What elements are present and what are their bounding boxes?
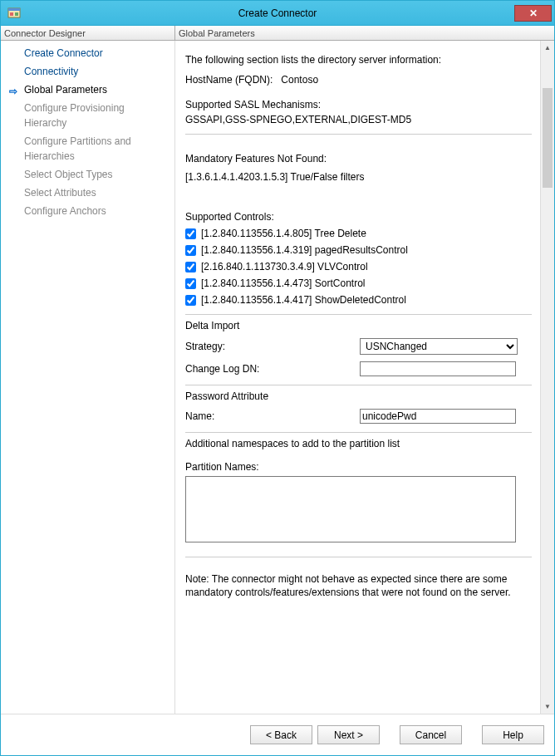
nav-select-attributes[interactable]: Select Attributes xyxy=(1,184,174,202)
scroll-down-button[interactable]: ▼ xyxy=(541,700,554,714)
svg-rect-1 xyxy=(8,8,20,11)
strategy-select[interactable]: USNChanged xyxy=(360,338,518,355)
content-panel: The following section lists the director… xyxy=(175,41,540,714)
partition-label: Partition Names: xyxy=(185,461,532,473)
control-checkbox[interactable] xyxy=(185,295,196,306)
scroll-track[interactable] xyxy=(541,55,554,700)
control-checkbox[interactable] xyxy=(185,245,196,256)
controls-label: Supported Controls: xyxy=(185,211,532,223)
content-wrap: The following section lists the director… xyxy=(175,41,554,714)
nav-create-connector[interactable]: Create Connector xyxy=(1,44,174,62)
password-attr-heading: Password Attribute xyxy=(185,390,532,402)
main-area: Create Connector Connectivity ⇨ Global P… xyxy=(1,41,554,714)
control-label: [1.2.840.113556.1.4.319] pagedResultsCon… xyxy=(201,244,408,256)
nav-label: Connectivity xyxy=(24,66,78,77)
chevron-down-icon: ▼ xyxy=(544,703,551,710)
hostname-row: HostName (FQDN): Contoso xyxy=(185,74,532,86)
control-label: [1.2.840.113556.1.4.417] ShowDeletedCont… xyxy=(201,294,406,306)
partition-textarea[interactable] xyxy=(185,476,516,542)
titlebar: Create Connector ✕ xyxy=(1,1,554,26)
pwd-name-label: Name: xyxy=(185,410,360,422)
changelog-label: Change Log DN: xyxy=(185,363,360,375)
nav-label: Global Parameters xyxy=(24,84,107,96)
nav-configure-partitions[interactable]: Configure Partitions and Hierarchies xyxy=(1,132,174,165)
cancel-button[interactable]: Cancel xyxy=(400,725,462,744)
control-show-deleted: [1.2.840.113556.1.4.417] ShowDeletedCont… xyxy=(185,294,532,306)
scroll-up-button[interactable]: ▲ xyxy=(541,41,554,55)
strategy-row: Strategy: USNChanged xyxy=(185,338,532,355)
pwd-name-row: Name: xyxy=(185,409,532,424)
changelog-input[interactable] xyxy=(360,361,516,376)
control-label: [1.2.840.113556.1.4.473] SortControl xyxy=(201,277,365,289)
nav-label: Create Connector xyxy=(24,47,103,59)
nav-label: Configure Partitions and Hierarchies xyxy=(24,135,131,162)
pwd-name-input[interactable] xyxy=(360,409,516,424)
nav-configure-anchors[interactable]: Configure Anchors xyxy=(1,202,174,220)
nav-label: Select Attributes xyxy=(24,187,96,199)
mandatory-value: [1.3.6.1.4.1.4203.1.5.3] True/False filt… xyxy=(185,171,532,183)
nav-label: Configure Provisioning Hierarchy xyxy=(24,102,125,129)
left-column-header: Connector Designer xyxy=(1,26,175,40)
next-button[interactable]: Next > xyxy=(317,725,380,744)
nav-global-parameters[interactable]: ⇨ Global Parameters xyxy=(1,81,174,99)
divider xyxy=(185,314,532,315)
back-button[interactable]: < Back xyxy=(250,725,312,744)
nav-label: Select Object Types xyxy=(24,169,113,180)
close-icon: ✕ xyxy=(529,7,538,19)
sidebar: Create Connector Connectivity ⇨ Global P… xyxy=(1,41,175,714)
current-arrow-icon: ⇨ xyxy=(9,84,17,99)
hostname-label: HostName (FQDN): xyxy=(185,74,273,86)
control-vlv: [2.16.840.1.113730.3.4.9] VLVControl xyxy=(185,261,532,272)
nav-configure-provisioning[interactable]: Configure Provisioning Hierarchy xyxy=(1,99,174,132)
svg-rect-3 xyxy=(15,12,18,16)
divider xyxy=(185,134,532,135)
scroll-thumb[interactable] xyxy=(543,88,553,188)
delta-import-heading: Delta Import xyxy=(185,320,532,331)
nav-connectivity[interactable]: Connectivity xyxy=(1,62,174,81)
warning-note: Note: The connector might not behave as … xyxy=(185,572,532,599)
nav-select-object-types[interactable]: Select Object Types xyxy=(1,165,174,184)
intro-text: The following section lists the director… xyxy=(185,54,532,66)
control-paged-results: [1.2.840.113556.1.4.319] pagedResultsCon… xyxy=(185,244,532,256)
right-column-header: Global Parameters xyxy=(175,26,554,40)
mandatory-label: Mandatory Features Not Found: xyxy=(185,153,532,164)
control-label: [2.16.840.1.113730.3.4.9] VLVControl xyxy=(201,261,368,272)
divider xyxy=(185,432,532,433)
control-tree-delete: [1.2.840.113556.1.4.805] Tree Delete xyxy=(185,228,532,239)
sasl-value: GSSAPI,GSS-SPNEGO,EXTERNAL,DIGEST-MD5 xyxy=(185,114,532,125)
namespaces-label: Additional namespaces to add to the part… xyxy=(185,438,532,449)
vertical-scrollbar[interactable]: ▲ ▼ xyxy=(540,41,554,714)
sasl-label: Supported SASL Mechanisms: xyxy=(185,99,532,110)
window-title: Create Connector xyxy=(238,7,317,19)
control-checkbox[interactable] xyxy=(185,278,196,289)
strategy-label: Strategy: xyxy=(185,341,360,352)
hostname-value: Contoso xyxy=(281,74,318,86)
help-button[interactable]: Help xyxy=(482,725,544,744)
control-sort: [1.2.840.113556.1.4.473] SortControl xyxy=(185,277,532,289)
svg-rect-2 xyxy=(10,12,13,16)
control-label: [1.2.840.113556.1.4.805] Tree Delete xyxy=(201,228,366,239)
footer: < Back Next > Cancel Help xyxy=(1,714,554,755)
columns-header: Connector Designer Global Parameters xyxy=(1,26,554,41)
chevron-up-icon: ▲ xyxy=(544,44,551,52)
close-button[interactable]: ✕ xyxy=(514,5,552,22)
control-checkbox[interactable] xyxy=(185,262,196,272)
divider xyxy=(185,385,532,385)
changelog-row: Change Log DN: xyxy=(185,361,532,376)
divider xyxy=(185,557,532,557)
control-checkbox[interactable] xyxy=(185,228,196,239)
nav-label: Configure Anchors xyxy=(24,205,106,217)
app-icon xyxy=(7,7,21,20)
